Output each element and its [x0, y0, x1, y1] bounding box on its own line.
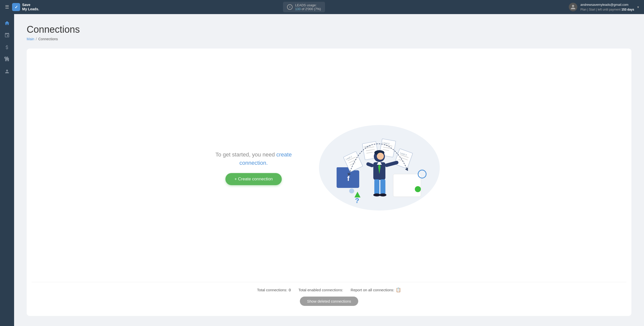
- sidebar-item-billing[interactable]: [2, 42, 12, 52]
- total-connections-value: 0: [289, 288, 291, 292]
- leads-usage-info: LEADS usage: 133 of 2'000 (7%): [295, 3, 321, 11]
- center-section: To get started, you need create connecti…: [32, 59, 626, 277]
- svg-rect-1: [337, 167, 349, 172]
- report-label: Report on all connections:: [351, 288, 394, 292]
- svg-point-36: [373, 193, 380, 196]
- svg-rect-34: [374, 179, 379, 194]
- info-icon: i: [287, 4, 293, 10]
- breadcrumb: Main / Connections: [27, 37, 631, 41]
- sidebar: [0, 14, 14, 326]
- total-connections-stat: Total connections: 0: [257, 288, 291, 292]
- show-deleted-button[interactable]: Show deleted connections: [300, 297, 358, 306]
- svg-text:?: ?: [355, 197, 359, 205]
- report-icon[interactable]: 📋: [396, 287, 401, 293]
- topnav-left: ☰ ✓ Save My Leads.: [5, 3, 39, 11]
- svg-rect-38: [366, 162, 374, 168]
- logo-check: ✓: [12, 3, 20, 11]
- illustration-svg: f Lead 1: [327, 130, 432, 206]
- avatar: [569, 3, 577, 11]
- sidebar-item-account[interactable]: [2, 66, 12, 76]
- page-title: Connections: [27, 24, 631, 35]
- total-enabled-stat: Total enabled connections:: [298, 288, 343, 292]
- total-connections-label: Total connections:: [257, 288, 287, 292]
- breadcrumb-main-link[interactable]: Main: [27, 37, 34, 41]
- chevron-down-icon: ▾: [637, 5, 639, 9]
- svg-rect-35: [380, 179, 385, 194]
- main-layout: Connections Main / Connections To get st…: [0, 14, 644, 326]
- cta-text: To get started, you need create connecti…: [211, 150, 296, 167]
- svg-point-30: [377, 153, 384, 160]
- user-menu[interactable]: andrewsavemyleads@gmail.com Plan | Start…: [569, 2, 639, 12]
- svg-point-43: [349, 188, 354, 193]
- breadcrumb-current: Connections: [38, 37, 58, 41]
- logo[interactable]: ✓ Save My Leads.: [12, 3, 39, 11]
- sidebar-item-connections[interactable]: [2, 30, 12, 40]
- sidebar-item-integrations[interactable]: [2, 54, 12, 64]
- leads-usage-value: 133 of 2'000 (7%): [295, 7, 321, 11]
- user-info: andrewsavemyleads@gmail.com Plan | Start…: [580, 2, 634, 12]
- leads-usage-of: of: [302, 7, 305, 11]
- svg-rect-5: [393, 174, 421, 197]
- user-plan: Plan | Start | left until payment 153 da…: [580, 7, 634, 12]
- text-section: To get started, you need create connecti…: [211, 150, 296, 185]
- logo-text: Save My Leads.: [22, 3, 39, 11]
- leads-usage-label: LEADS usage:: [295, 3, 321, 7]
- svg-point-42: [415, 186, 421, 192]
- page-content: Connections Main / Connections To get st…: [14, 14, 644, 326]
- total-enabled-label: Total enabled connections:: [298, 288, 343, 292]
- illustration-section: f Lead 1: [311, 130, 447, 206]
- create-connection-button[interactable]: + Create connection: [225, 173, 282, 185]
- main-card: To get started, you need create connecti…: [27, 49, 631, 316]
- user-email: andrewsavemyleads@gmail.com: [580, 2, 634, 7]
- leads-usage-widget[interactable]: i LEADS usage: 133 of 2'000 (7%): [283, 2, 325, 12]
- sidebar-item-home[interactable]: [2, 18, 12, 28]
- topnav: ☰ ✓ Save My Leads. i LEADS usage: 133 of…: [0, 0, 644, 14]
- svg-rect-39: [385, 160, 399, 168]
- breadcrumb-separator: /: [36, 37, 37, 41]
- svg-point-37: [379, 193, 386, 196]
- report-stat[interactable]: Report on all connections: 📋: [351, 287, 401, 293]
- footer-stats: Total connections: 0 Total enabled conne…: [32, 282, 626, 293]
- hamburger-icon[interactable]: ☰: [5, 4, 9, 10]
